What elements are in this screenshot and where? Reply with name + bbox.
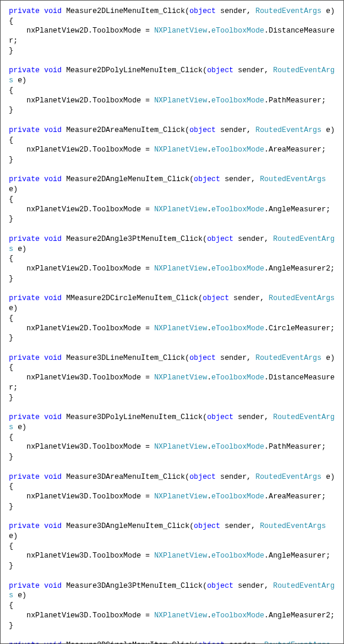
code-indent [9,552,27,560]
code-ident: sender [238,66,265,75]
code-keyword: void [44,66,62,75]
code-keyword: object [189,354,216,362]
code-type: NXPlanetView [154,205,207,214]
code-ident: e [9,532,13,540]
code-ident: AreaMeasurer [269,492,322,501]
code-type: RoutedEventArgs [269,294,335,302]
code-ident: PathMeasurer [269,96,322,105]
code-type: NXPlanetView [154,373,207,382]
code-method-name: Measure3DLineMenuItem_Click [66,354,185,362]
code-indent [9,492,27,501]
code-type: eToolboxMode [211,611,264,620]
code-ident: e [326,126,330,134]
code-type: RoutedEventArgs [255,354,322,362]
code-type: eToolboxMode [211,552,264,560]
code-ident: PathMeasurer [269,443,322,451]
code-method-name: Measure3DPolyLineMenuItem_Click [66,413,203,421]
code-method-name: Measure2DLineMenuItem_Click [66,7,185,15]
code-keyword: private [9,126,40,134]
code-keyword: private [9,294,40,302]
code-ident: AreaMeasurer [269,146,322,154]
code-ident: e [326,354,330,362]
code-type: RoutedEventArgs [260,522,326,530]
code-ident: sender [220,7,247,15]
code-type: eToolboxMode [211,443,264,451]
code-ident: nxPlanetView2D [27,27,88,35]
code-method-name: Measure3DAngle3PtMenuItem_Click [66,582,203,590]
code-keyword: object [189,473,216,481]
code-keyword: void [44,7,62,15]
code-ident: sender [224,522,251,530]
code-type: NXPlanetView [154,552,207,560]
code-ident: e [326,473,330,481]
code-keyword: object [198,641,225,644]
code-indent [9,324,27,333]
code-method-name: Measure2DAreaMenuItem_Click [66,126,185,134]
code-keyword: object [207,582,234,590]
code-ident: e [18,591,22,600]
code-type: eToolboxMode [211,205,264,214]
code-keyword: void [44,235,62,243]
code-keyword: void [44,294,62,302]
code-ident: ToolboxMode [92,205,141,214]
code-keyword: object [189,7,216,15]
code-keyword: void [44,175,62,183]
code-type: NXPlanetView [154,265,207,273]
code-ident: nxPlanetView2D [27,265,88,273]
code-ident: ToolboxMode [92,146,141,154]
code-ident: sender [238,582,265,590]
code-ident: ToolboxMode [92,611,141,620]
code-ident: ToolboxMode [92,443,141,451]
code-ident: ToolboxMode [92,373,141,382]
code-ident: nxPlanetView2D [27,96,88,105]
code-type: NXPlanetView [154,146,207,154]
code-type: eToolboxMode [211,146,264,154]
code-ident: ToolboxMode [92,27,141,35]
code-ident: nxPlanetView2D [27,205,88,214]
code-keyword: private [9,582,40,590]
code-indent [9,146,27,154]
code-ident: nxPlanetView3D [27,373,88,382]
code-ident: nxPlanetView2D [27,324,88,333]
code-ident: ToolboxMode [92,552,141,560]
code-type: RoutedEventArgs [260,175,326,183]
code-ident: nxPlanetView3D [27,443,88,451]
code-type: RoutedEventArgs [255,7,322,15]
code-indent [9,27,27,35]
code-ident: nxPlanetView2D [27,146,88,154]
code-indent [9,96,27,105]
code-type: eToolboxMode [211,324,264,333]
code-keyword: object [207,66,234,75]
code-type: NXPlanetView [154,96,207,105]
code-type: eToolboxMode [211,27,264,35]
code-method-name: Measure3DCircleMenuItem_Click [66,641,194,644]
code-type: RoutedEventArgs [255,126,322,134]
code-type: RoutedEventArgs [264,641,330,644]
code-ident: CircleMeasurer [269,324,330,333]
code-ident: AngleMeasurer2 [269,265,330,273]
code-keyword: void [44,354,62,362]
code-ident: sender [224,175,251,183]
code-ident: ToolboxMode [92,96,141,105]
code-method-name: Measure3DAngleMenuItem_Click [66,522,189,530]
code-ident: ToolboxMode [92,324,141,333]
code-ident: sender [220,473,247,481]
code-keyword: void [44,126,62,134]
code-ident: e [9,185,13,194]
code-keyword: object [207,413,234,421]
code-ident: e [18,423,22,432]
code-keyword: object [194,522,220,530]
code-keyword: private [9,66,40,75]
code-keyword: object [194,175,220,183]
code-type: eToolboxMode [211,373,264,382]
code-keyword: object [189,126,216,134]
code-type: eToolboxMode [211,96,264,105]
code-keyword: void [44,522,62,530]
code-ident: sender [238,413,265,421]
code-keyword: void [44,641,62,644]
code-ident: sender [229,641,256,644]
code-ident: nxPlanetView3D [27,492,88,501]
code-ident: sender [238,235,265,243]
code-type: RoutedEventArgs [255,473,322,481]
code-keyword: object [207,235,234,243]
